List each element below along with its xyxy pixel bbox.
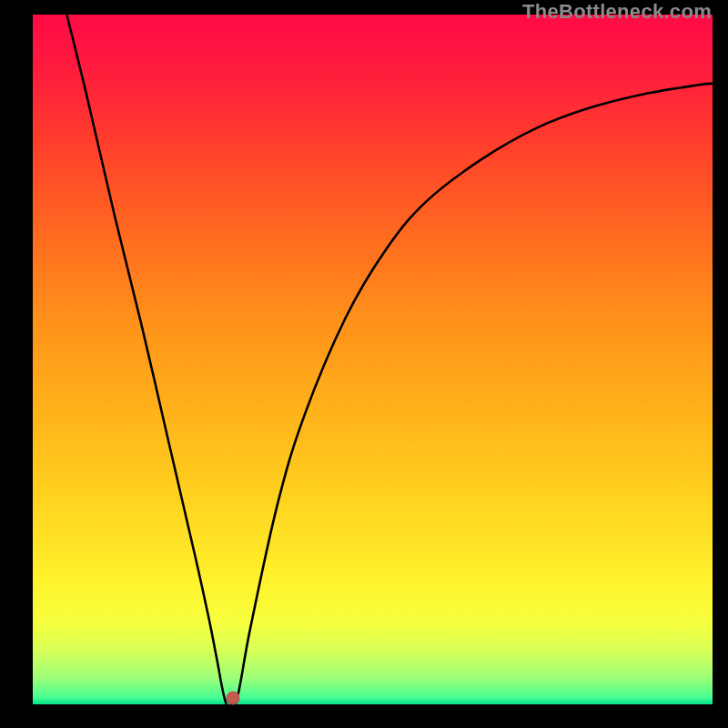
watermark-label: TheBottleneck.com	[522, 0, 712, 24]
chart-frame: TheBottleneck.com	[0, 0, 728, 728]
curve-line	[66, 15, 713, 704]
curve-svg	[33, 15, 713, 704]
data-marker	[227, 692, 240, 705]
plot-area	[33, 15, 713, 704]
